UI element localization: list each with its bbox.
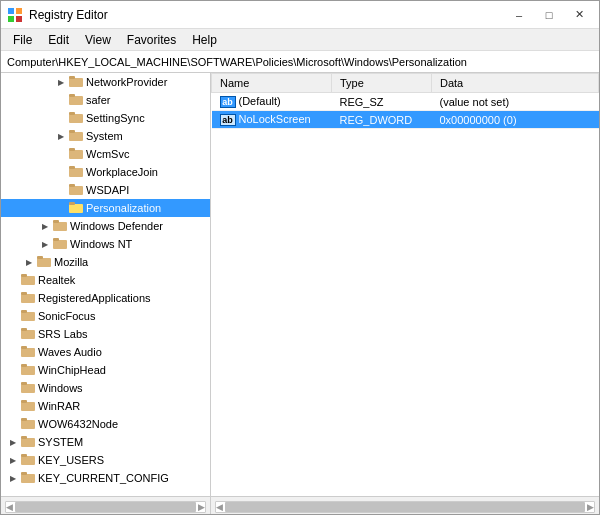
- svg-rect-13: [69, 148, 75, 151]
- menu-view[interactable]: View: [77, 31, 119, 48]
- tree-expander: [53, 182, 69, 198]
- tree-item[interactable]: ▶ Windows NT: [1, 235, 210, 253]
- reg-type: REG_SZ: [332, 93, 432, 111]
- tree-expander: [5, 416, 21, 432]
- svg-rect-11: [69, 130, 75, 133]
- tree-pane[interactable]: ▶ NetworkProvider safer SettingSync▶ Sys…: [1, 73, 211, 496]
- tree-expander[interactable]: ▶: [37, 236, 53, 252]
- svg-rect-41: [21, 400, 27, 403]
- svg-rect-4: [69, 78, 83, 87]
- svg-rect-5: [69, 76, 75, 79]
- tree-expander[interactable]: ▶: [37, 218, 53, 234]
- tree-item[interactable]: ▶ System: [1, 127, 210, 145]
- tree-item[interactable]: safer: [1, 91, 210, 109]
- tree-item[interactable]: SonicFocus: [1, 307, 210, 325]
- tree-item[interactable]: ▶ Mozilla: [1, 253, 210, 271]
- tree-item[interactable]: WcmSvc: [1, 145, 210, 163]
- tree-item[interactable]: WinRAR: [1, 397, 210, 415]
- col-type: Type: [332, 74, 432, 93]
- svg-rect-26: [21, 276, 35, 285]
- tree-item[interactable]: ▶ SYSTEM: [1, 433, 210, 451]
- svg-rect-8: [69, 114, 83, 123]
- tree-item[interactable]: Personalization: [1, 199, 210, 217]
- tree-item[interactable]: WorkplaceJoin: [1, 163, 210, 181]
- tree-item[interactable]: Waves Audio: [1, 343, 210, 361]
- dword-icon: ab: [220, 114, 236, 126]
- tree-expander: [5, 380, 21, 396]
- svg-rect-48: [21, 474, 35, 483]
- reg-name: abNoLockScreen: [212, 111, 332, 129]
- close-button[interactable]: ✕: [565, 5, 593, 25]
- reg-name: ab(Default): [212, 93, 332, 111]
- col-data: Data: [432, 74, 599, 93]
- tree-item[interactable]: Windows: [1, 379, 210, 397]
- tree-item[interactable]: SettingSync: [1, 109, 210, 127]
- tree-expander: [53, 200, 69, 216]
- tree-item-label: SYSTEM: [38, 436, 83, 448]
- table-row[interactable]: ab(Default)REG_SZ(value not set): [212, 93, 599, 111]
- tree-item-label: WinChipHead: [38, 364, 106, 376]
- tree-item[interactable]: ▶ KEY_USERS: [1, 451, 210, 469]
- tree-expander[interactable]: ▶: [5, 470, 21, 486]
- svg-rect-18: [69, 204, 83, 213]
- folder-icon: [21, 345, 35, 360]
- tree-item[interactable]: ▶ KEY_CURRENT_CONFIG: [1, 469, 210, 487]
- reg-type: REG_DWORD: [332, 111, 432, 129]
- tree-item-label: Windows Defender: [70, 220, 163, 232]
- table-row[interactable]: abNoLockScreenREG_DWORD0x00000000 (0): [212, 111, 599, 129]
- menu-file[interactable]: File: [5, 31, 40, 48]
- tree-expander: [53, 146, 69, 162]
- folder-icon: [69, 129, 83, 144]
- folder-icon: [21, 273, 35, 288]
- reg-data: 0x00000000 (0): [432, 111, 599, 129]
- right-pane[interactable]: Name Type Data ab(Default)REG_SZ(value n…: [211, 73, 599, 496]
- tree-item[interactable]: WOW6432Node: [1, 415, 210, 433]
- tree-item-label: Windows: [38, 382, 83, 394]
- menu-edit[interactable]: Edit: [40, 31, 77, 48]
- menu-help[interactable]: Help: [184, 31, 225, 48]
- maximize-button[interactable]: □: [535, 5, 563, 25]
- tree-item[interactable]: WinChipHead: [1, 361, 210, 379]
- tree-item-label: System: [86, 130, 123, 142]
- tree-item[interactable]: SRS Labs: [1, 325, 210, 343]
- tree-expander[interactable]: ▶: [21, 254, 37, 270]
- svg-rect-10: [69, 132, 83, 141]
- tree-expander[interactable]: ▶: [53, 128, 69, 144]
- menu-bar: FileEditViewFavoritesHelp: [1, 29, 599, 51]
- reg-name-text: NoLockScreen: [239, 113, 311, 125]
- tree-item-label: SRS Labs: [38, 328, 88, 340]
- tree-item[interactable]: ▶ NetworkProvider: [1, 73, 210, 91]
- svg-rect-44: [21, 438, 35, 447]
- folder-icon: [21, 435, 35, 450]
- tree-expander[interactable]: ▶: [5, 452, 21, 468]
- minimize-button[interactable]: –: [505, 5, 533, 25]
- svg-rect-0: [8, 8, 14, 14]
- window-title: Registry Editor: [29, 8, 108, 22]
- tree-item-label: Waves Audio: [38, 346, 102, 358]
- ab-icon: ab: [220, 96, 236, 108]
- menu-favorites[interactable]: Favorites: [119, 31, 184, 48]
- tree-expander: [53, 92, 69, 108]
- tree-item[interactable]: ▶ Windows Defender: [1, 217, 210, 235]
- tree-item[interactable]: Realtek: [1, 271, 210, 289]
- tree-item-label: Windows NT: [70, 238, 132, 250]
- tree-item[interactable]: RegisteredApplications: [1, 289, 210, 307]
- address-bar: Computer\HKEY_LOCAL_MACHINE\SOFTWARE\Pol…: [1, 51, 599, 73]
- title-bar: Registry Editor – □ ✕: [1, 1, 599, 29]
- tree-item-label: NetworkProvider: [86, 76, 167, 88]
- svg-rect-32: [21, 330, 35, 339]
- tree-expander[interactable]: ▶: [5, 434, 21, 450]
- tree-expander[interactable]: ▶: [53, 74, 69, 90]
- svg-rect-1: [16, 8, 22, 14]
- svg-rect-29: [21, 292, 27, 295]
- folder-icon: [21, 309, 35, 324]
- tree-expander: [5, 398, 21, 414]
- svg-rect-42: [21, 420, 35, 429]
- folder-icon: [69, 111, 83, 126]
- registry-table: Name Type Data ab(Default)REG_SZ(value n…: [211, 73, 599, 129]
- tree-item-label: Realtek: [38, 274, 75, 286]
- tree-expander: [5, 326, 21, 342]
- folder-icon: [69, 147, 83, 162]
- tree-item[interactable]: WSDAPI: [1, 181, 210, 199]
- folder-icon: [69, 183, 83, 198]
